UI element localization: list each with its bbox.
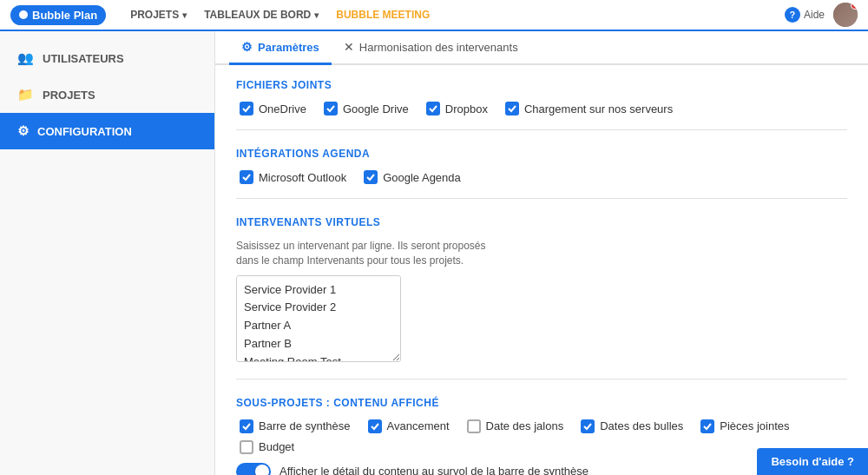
- fichiers-joints-title: FICHIERS JOINTS: [236, 79, 847, 91]
- users-icon: 👥: [17, 50, 34, 66]
- sous-projets-title: SOUS-PROJETS : CONTENU AFFICHÉ: [236, 397, 847, 409]
- header-right: ? Aide: [785, 3, 858, 27]
- checkbox-dates-bulles[interactable]: Dates des bulles: [581, 419, 683, 433]
- checkbox-budget[interactable]: Budget: [240, 440, 294, 454]
- check-dropbox: [426, 102, 440, 115]
- check-chargement: [505, 102, 519, 115]
- check-date-jalons: [467, 419, 481, 433]
- layout: 👥 UTILISATEURS 📁 PROJETS ⚙ CONFIGURATION…: [0, 31, 868, 475]
- check-googledrive: [324, 102, 338, 115]
- section-integrations: INTÉGRATIONS AGENDA Microsoft Outlook Go…: [236, 148, 847, 199]
- header: Bubble Plan PROJETS ▾ TABLEAUX DE BORD ▾…: [0, 0, 868, 31]
- integrations-title: INTÉGRATIONS AGENDA: [236, 148, 847, 160]
- fichiers-checkbox-row: OneDrive Google Drive Dropbox: [236, 102, 847, 115]
- close-icon: ✕: [344, 40, 354, 54]
- intervenants-description: Saisissez un intervenant par ligne. Ils …: [236, 239, 847, 268]
- checkbox-outlook[interactable]: Microsoft Outlook: [240, 170, 346, 184]
- folder-icon: 📁: [17, 87, 34, 102]
- checkbox-avancement[interactable]: Avancement: [368, 419, 450, 433]
- textarea-wrapper: Service Provider 1 Service Provider 2 Pa…: [236, 275, 401, 365]
- checkbox-dropbox[interactable]: Dropbox: [426, 102, 488, 115]
- check-budget: [240, 440, 253, 454]
- checkbox-googledrive[interactable]: Google Drive: [324, 102, 409, 115]
- toggle-knob: [255, 465, 269, 475]
- checkbox-date-jalons[interactable]: Date des jalons: [467, 419, 564, 433]
- avatar[interactable]: [833, 3, 858, 27]
- toggle-label: Afficher le détail du contenu au survol …: [279, 465, 589, 475]
- check-onedrive: [240, 102, 253, 115]
- main-content: ⚙ Paramètres ✕ Harmonisation des interve…: [215, 31, 868, 475]
- nav-meeting[interactable]: BUBBLE MEETING: [327, 0, 438, 30]
- intervenants-title: INTERVENANTS VIRTUELS: [236, 216, 847, 228]
- sidebar: 👥 UTILISATEURS 📁 PROJETS ⚙ CONFIGURATION: [0, 31, 215, 475]
- help-bottom-button[interactable]: Besoin d'aide ?: [757, 448, 868, 475]
- check-google-agenda: [364, 170, 378, 184]
- section-sous-projets: SOUS-PROJETS : CONTENU AFFICHÉ Barre de …: [236, 397, 847, 475]
- notification-badge: [851, 3, 858, 10]
- nav-projets[interactable]: PROJETS ▾: [122, 0, 195, 30]
- checkbox-chargement[interactable]: Chargement sur nos serveurs: [505, 102, 673, 115]
- logo-dot: [19, 10, 28, 19]
- check-pieces-jointes: [700, 419, 714, 433]
- content-area: FICHIERS JOINTS OneDrive Google Drive: [215, 65, 868, 475]
- help-button[interactable]: ? Aide: [785, 7, 825, 23]
- intervenants-textarea[interactable]: Service Provider 1 Service Provider 2 Pa…: [236, 275, 401, 362]
- tabs-bar: ⚙ Paramètres ✕ Harmonisation des interve…: [215, 31, 868, 65]
- checkbox-barre-synthese[interactable]: Barre de synthèse: [240, 419, 351, 433]
- chevron-down-icon: ▾: [314, 10, 319, 20]
- integrations-checkbox-row: Microsoft Outlook Google Agenda: [236, 170, 847, 184]
- logo[interactable]: Bubble Plan: [10, 5, 106, 25]
- sidebar-item-configuration[interactable]: ⚙ CONFIGURATION: [0, 113, 214, 149]
- checkbox-onedrive[interactable]: OneDrive: [240, 102, 306, 115]
- sidebar-item-utilisateurs[interactable]: 👥 UTILISATEURS: [0, 40, 214, 76]
- tab-parametres[interactable]: ⚙ Paramètres: [229, 31, 332, 65]
- checkbox-google-agenda[interactable]: Google Agenda: [364, 170, 461, 184]
- logo-text: Bubble Plan: [32, 9, 97, 22]
- check-barre-synthese: [240, 419, 253, 433]
- checkbox-pieces-jointes[interactable]: Pièces jointes: [700, 419, 789, 433]
- sidebar-item-projets[interactable]: 📁 PROJETS: [0, 76, 214, 113]
- toggle-detail-survol[interactable]: [236, 463, 271, 475]
- nav-tableaux[interactable]: TABLEAUX DE BORD ▾: [195, 0, 327, 30]
- sous-projets-checkbox-row: Barre de synthèse Avancement Date des ja…: [236, 419, 847, 454]
- check-avancement: [368, 419, 382, 433]
- toggle-row: Afficher le détail du contenu au survol …: [236, 463, 847, 475]
- chevron-down-icon: ▾: [182, 10, 187, 20]
- tab-harmonisation[interactable]: ✕ Harmonisation des intervenants: [332, 31, 530, 65]
- help-icon: ?: [785, 7, 800, 23]
- check-outlook: [240, 170, 253, 184]
- section-intervenants: INTERVENANTS VIRTUELS Saisissez un inter…: [236, 216, 847, 379]
- gear-icon: ⚙: [17, 123, 29, 139]
- check-dates-bulles: [581, 419, 595, 433]
- settings-icon: ⚙: [241, 40, 253, 54]
- section-fichiers-joints: FICHIERS JOINTS OneDrive Google Drive: [236, 79, 847, 130]
